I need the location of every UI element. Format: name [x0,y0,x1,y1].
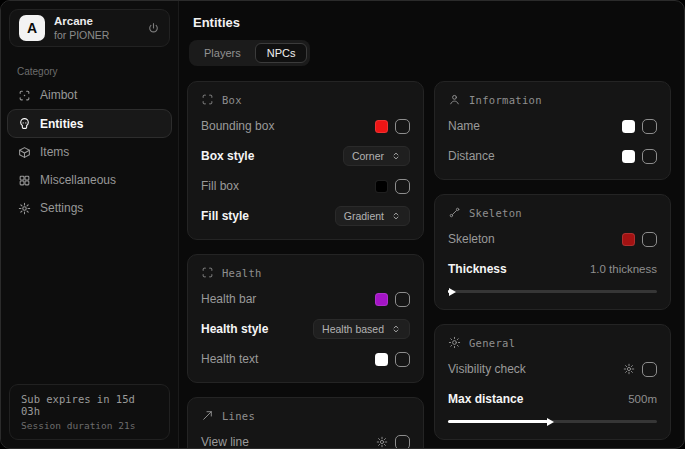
row-max-distance: Max distance 500m [448,389,657,409]
sidebar-nav: Aimbot Entities Items Miscellaneous Sett… [1,81,178,222]
card-health: Health Health bar Health style Health ba… [187,254,424,383]
sun-icon [448,336,461,349]
gear-icon [18,202,31,215]
unfold-icon [391,211,401,221]
row-distance: Distance [448,146,657,166]
page-title: Entities [193,15,671,30]
color-swatch[interactable] [375,180,388,193]
tab-npcs[interactable]: NPCs [255,43,308,63]
bone-icon [448,206,461,219]
sidebar-item-entities[interactable]: Entities [7,109,172,138]
health-style-select[interactable]: Health based [313,319,410,339]
sidebar-item-items[interactable]: Items [1,138,178,166]
card-title: Lines [222,410,255,422]
name-checkbox[interactable] [642,119,657,134]
max-distance-slider[interactable] [448,417,657,426]
brand-card: A Arcane for PIONER [9,9,170,47]
row-name: Name [448,116,657,136]
skull-icon [18,117,31,130]
row-health-bar: Health bar [201,289,410,309]
bounding-box-checkbox[interactable] [395,119,410,134]
fill-box-checkbox[interactable] [395,179,410,194]
color-swatch[interactable] [375,120,388,133]
row-bounding-box: Bounding box [201,116,410,136]
distance-checkbox[interactable] [642,149,657,164]
view-line-checkbox[interactable] [395,435,410,449]
sidebar-item-miscellaneous[interactable]: Miscellaneous [1,166,178,194]
fill-style-select[interactable]: Gradient [335,206,410,226]
card-title: Skeleton [469,207,522,219]
card-skeleton: Skeleton Skeleton Thickness 1.0 thicknes… [434,194,671,310]
sub-expires-text: Sub expires in 15d 03h [21,393,158,417]
visibility-check-checkbox[interactable] [642,362,657,377]
diagonal-line-icon [201,409,214,422]
target-tabs: Players NPCs [189,40,310,66]
power-icon[interactable] [147,22,160,35]
card-general: General Visibility check Max distance 50… [434,324,671,440]
subscription-card: Sub expires in 15d 03h Session duration … [9,384,170,440]
row-health-text: Health text [201,349,410,369]
card-lines: Lines View line Line to enemy [187,397,424,448]
card-box: Box Bounding box Box style Corner [187,81,424,240]
color-swatch[interactable] [375,293,388,306]
unfold-icon [391,151,401,161]
max-distance-value: 500m [628,393,657,405]
gear-icon[interactable] [623,363,635,375]
sidebar-item-label: Entities [40,117,83,131]
brackets-icon [201,266,214,279]
sidebar: A Arcane for PIONER Category Aimbot Enti… [1,1,179,448]
crosshair-icon [18,89,31,102]
row-box-style: Box style Corner [201,146,410,166]
color-swatch[interactable] [622,150,635,163]
user-icon [448,93,461,106]
row-visibility-check: Visibility check [448,359,657,379]
session-duration-text: Session duration 21s [21,420,158,431]
thickness-slider[interactable] [448,287,657,296]
unfold-icon [391,324,401,334]
card-title: Information [469,94,542,106]
tab-players[interactable]: Players [192,43,253,63]
color-swatch[interactable] [375,353,388,366]
thickness-value: 1.0 thickness [590,263,657,275]
skeleton-checkbox[interactable] [642,232,657,247]
color-swatch[interactable] [622,233,635,246]
sidebar-item-label: Settings [40,201,83,215]
app-name: Arcane [54,14,138,28]
grid-icon [18,174,31,187]
app-window: A Arcane for PIONER Category Aimbot Enti… [0,0,685,449]
health-bar-checkbox[interactable] [395,292,410,307]
gear-icon[interactable] [376,436,388,448]
sidebar-item-label: Aimbot [40,88,77,102]
app-subtitle: for PIONER [54,29,138,42]
box-style-select[interactable]: Corner [343,146,410,166]
row-fill-style: Fill style Gradient [201,206,410,226]
main-content: Entities Players NPCs Box Bounding box [179,1,684,448]
row-fill-box: Fill box [201,176,410,196]
card-title: General [469,337,515,349]
package-icon [18,146,31,159]
health-text-checkbox[interactable] [395,352,410,367]
category-label: Category [17,66,178,77]
card-information: Information Name Distance [434,81,671,180]
sidebar-item-label: Miscellaneous [40,173,116,187]
slider-fill [448,420,548,423]
brackets-icon [201,93,214,106]
card-title: Box [222,94,242,106]
row-thickness: Thickness 1.0 thickness [448,259,657,279]
sidebar-item-settings[interactable]: Settings [1,194,178,222]
row-skeleton: Skeleton [448,229,657,249]
row-view-line: View line [201,432,410,448]
color-swatch[interactable] [622,120,635,133]
row-health-style: Health style Health based [201,319,410,339]
logo-letter: A [27,20,37,36]
sidebar-item-label: Items [40,145,69,159]
slider-fill [448,290,450,293]
app-logo: A [19,15,45,41]
sidebar-item-aimbot[interactable]: Aimbot [1,81,178,109]
card-title: Health [222,267,262,279]
